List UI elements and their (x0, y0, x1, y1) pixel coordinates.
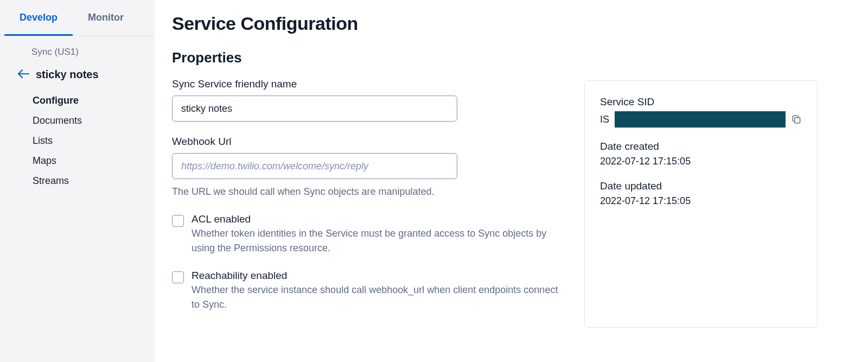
breadcrumb[interactable]: Sync (US1) (0, 36, 155, 68)
reachability-description: Whether the service instance should call… (192, 284, 558, 310)
date-updated-value: 2022-07-12 17:15:05 (600, 195, 802, 207)
date-created-label: Date created (600, 141, 802, 153)
webhook-url-label: Webhook Url (172, 136, 568, 148)
main: Service Configuration Properties Sync Se… (155, 0, 868, 362)
service-name: sticky notes (36, 68, 99, 81)
info-service-sid: Service SID IS (600, 96, 802, 128)
field-reachability-enabled: Reachability enabled Whether the service… (172, 270, 568, 312)
acl-label: ACL enabled (192, 213, 568, 225)
nav-item-configure[interactable]: Configure (33, 91, 155, 111)
copy-icon[interactable] (791, 114, 802, 125)
info-date-created: Date created 2022-07-12 17:15:05 (600, 141, 802, 167)
webhook-help-text: The URL we should call when Sync objects… (172, 185, 454, 199)
field-acl-enabled: ACL enabled Whether token identities in … (172, 213, 568, 256)
info-card: Service SID IS Date created 2022-07-12 1… (584, 80, 818, 328)
webhook-url-input[interactable] (172, 153, 457, 179)
field-friendly-name: Sync Service friendly name (172, 78, 568, 122)
service-sid-value-redacted (615, 111, 786, 128)
acl-checkbox[interactable] (172, 215, 184, 227)
nav-item-lists[interactable]: Lists (33, 131, 155, 151)
info-date-updated: Date updated 2022-07-12 17:15:05 (600, 180, 802, 207)
reachability-content: Reachability enabled Whether the service… (192, 270, 568, 312)
reachability-label: Reachability enabled (192, 270, 568, 282)
acl-content: ACL enabled Whether token identities in … (192, 213, 568, 256)
nav-item-documents[interactable]: Documents (33, 111, 155, 131)
sidebar: Develop Monitor Sync (US1) sticky notes … (0, 0, 155, 362)
friendly-name-input[interactable] (172, 96, 457, 122)
nav-item-maps[interactable]: Maps (33, 151, 155, 171)
service-sid-prefix: IS (600, 114, 609, 125)
date-created-value: 2022-07-12 17:15:05 (600, 156, 802, 167)
field-webhook-url: Webhook Url The URL we should call when … (172, 136, 568, 199)
tab-develop[interactable]: Develop (4, 0, 73, 36)
friendly-name-label: Sync Service friendly name (172, 78, 568, 90)
date-updated-label: Date updated (600, 180, 802, 192)
tab-monitor[interactable]: Monitor (73, 0, 139, 36)
sidebar-tabs: Develop Monitor (0, 0, 155, 36)
arrow-left-icon[interactable] (17, 69, 29, 81)
back-row: sticky notes (0, 68, 155, 91)
content-column: Service Configuration Properties Sync Se… (172, 13, 568, 362)
acl-description: Whether token identities in the Service … (192, 228, 546, 253)
nav-item-streams[interactable]: Streams (33, 171, 155, 191)
svg-rect-1 (795, 118, 800, 123)
service-sid-label: Service SID (600, 96, 802, 108)
service-sid-row: IS (600, 111, 802, 128)
section-title: Properties (172, 49, 568, 66)
page-title: Service Configuration (172, 13, 568, 34)
nav-list: Configure Documents Lists Maps Streams (0, 91, 155, 191)
reachability-checkbox[interactable] (172, 271, 184, 283)
